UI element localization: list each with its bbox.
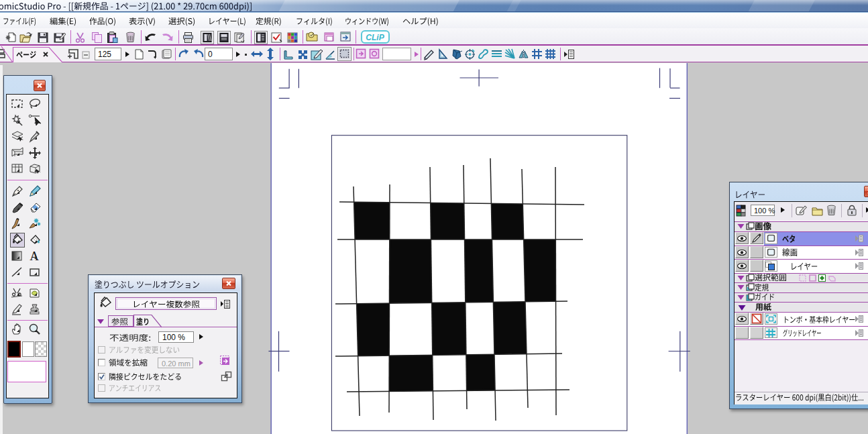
svg-text:CLiP: CLiP [366,33,384,42]
